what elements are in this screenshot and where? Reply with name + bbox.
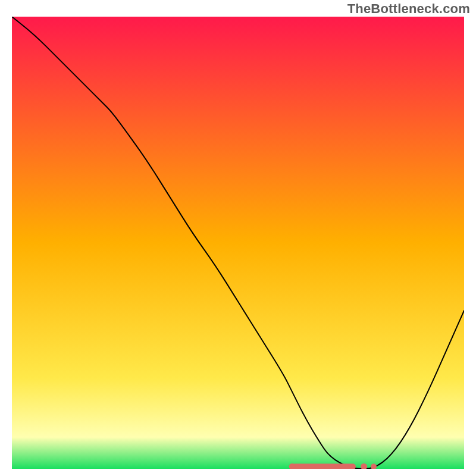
svg-rect-0 (292, 464, 356, 469)
watermark-text: TheBottleneck.com (347, 1, 470, 17)
gradient-background (12, 17, 464, 469)
bottom-marker-strip (289, 464, 377, 469)
chart-container: TheBottleneck.com (0, 0, 476, 476)
chart-plot (12, 17, 464, 469)
chart-svg (12, 17, 464, 469)
